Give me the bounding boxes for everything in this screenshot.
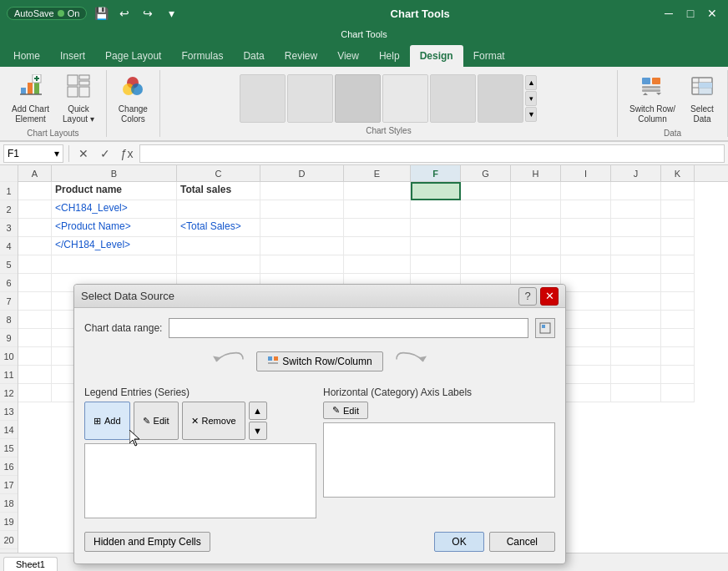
ok-button[interactable]: OK [434, 532, 483, 552]
hidden-empty-cells-label: Hidden and Empty Cells [94, 536, 201, 548]
svg-rect-28 [268, 356, 272, 361]
svg-marker-31 [418, 356, 427, 361]
right-arrow-icon [393, 346, 427, 376]
ok-label: OK [452, 536, 466, 548]
edit-series-icon: ✎ [143, 416, 150, 427]
chart-data-range-row: Chart data range: [84, 318, 555, 338]
legend-entries-label: Legend Entries (Series) [84, 387, 316, 398]
axis-labels-panel: Horizontal (Category) Axis Labels ✎ Edit [323, 387, 555, 518]
edit-axis-button[interactable]: ✎ Edit [323, 402, 368, 419]
move-up-button[interactable]: ▲ [249, 402, 267, 420]
edit-series-button[interactable]: ✎ Edit [134, 402, 179, 440]
move-buttons: ▲ ▼ [249, 402, 267, 440]
dialog-footer-left: Hidden and Empty Cells [84, 532, 210, 552]
chart-data-range-picker[interactable] [535, 318, 555, 338]
panels-row: Legend Entries (Series) ⊞ Add ✎ Edit ✕ R [84, 387, 555, 518]
move-down-button[interactable]: ▼ [249, 422, 267, 440]
svg-rect-29 [274, 356, 278, 361]
dialog-title: Select Data Source [81, 290, 174, 302]
remove-series-label: Remove [202, 416, 236, 426]
legend-entries-buttons: ⊞ Add ✎ Edit ✕ Remove ▲ [84, 402, 316, 440]
remove-series-button[interactable]: ✕ Remove [182, 402, 245, 440]
cancel-label: Cancel [507, 536, 538, 548]
select-data-source-dialog: Select Data Source ? ✕ Chart data range: [73, 284, 566, 564]
edit-axis-icon: ✎ [332, 405, 340, 416]
cancel-button[interactable]: Cancel [489, 532, 555, 552]
add-series-label: Add [104, 416, 121, 426]
legend-entries-list[interactable] [84, 443, 316, 518]
svg-rect-30 [268, 362, 278, 364]
dialog-footer-right: OK Cancel [434, 532, 555, 552]
svg-marker-27 [213, 356, 221, 361]
switch-row-area: Switch Row/Column [84, 346, 555, 376]
edit-axis-label: Edit [343, 406, 359, 416]
left-arrow-icon [213, 346, 246, 376]
dialog-titlebar: Select Data Source ? ✕ [74, 285, 565, 308]
dialog-body: Chart data range: [74, 308, 565, 563]
dialog-title-buttons: ? ✕ [518, 287, 559, 306]
axis-labels-label: Horizontal (Category) Axis Labels [323, 387, 555, 398]
dialog-help-button[interactable]: ? [518, 287, 537, 306]
dialog-overlay: Select Data Source ? ✕ Chart data range: [0, 0, 728, 571]
axis-labels-list[interactable] [323, 422, 555, 498]
chart-data-range-input[interactable] [169, 318, 528, 338]
dialog-close-button[interactable]: ✕ [540, 287, 559, 306]
edit-series-label: Edit [154, 416, 169, 426]
hidden-empty-cells-button[interactable]: Hidden and Empty Cells [84, 532, 210, 552]
legend-entries-panel: Legend Entries (Series) ⊞ Add ✎ Edit ✕ R [84, 387, 316, 518]
switch-row-column-button[interactable]: Switch Row/Column [256, 351, 382, 371]
add-series-icon: ⊞ [94, 416, 101, 427]
chart-data-range-label: Chart data range: [84, 322, 162, 334]
svg-rect-26 [542, 325, 545, 328]
axis-labels-buttons: ✎ Edit [323, 402, 555, 419]
dialog-footer: Hidden and Empty Cells OK Cancel [84, 527, 555, 553]
add-series-button[interactable]: ⊞ Add [84, 402, 130, 440]
remove-series-icon: ✕ [191, 416, 199, 427]
switch-row-column-label: Switch Row/Column [282, 356, 372, 367]
